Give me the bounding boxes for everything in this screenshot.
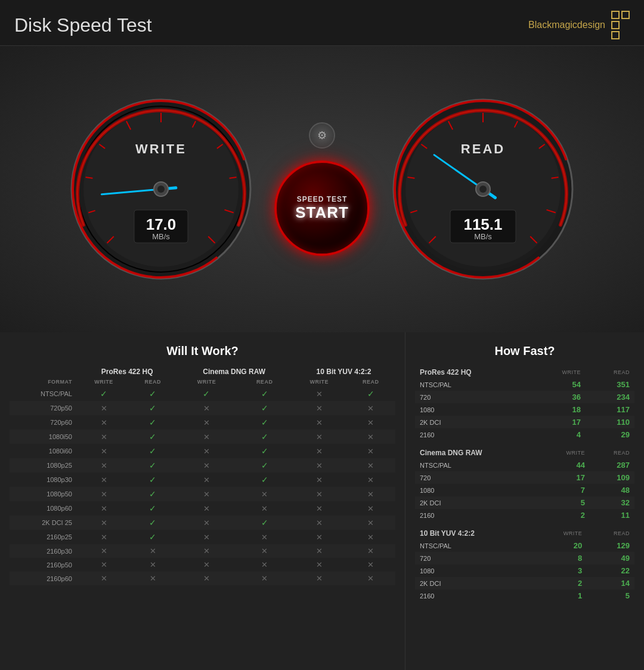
yuv-read-cell: ✓ (346, 387, 395, 401)
yuv-header: 10 Bit YUV 4:2:2 (292, 366, 395, 377)
hf-write-val: 5 (540, 496, 590, 509)
hf-format: NTSC/PAL (415, 459, 540, 471)
gauge-section: WRITE 17.0 MB/s ⚙ SPEED TES (0, 46, 644, 332)
yuv-read-cell: ✕ (346, 458, 395, 473)
dng-read-cell: ✓ (237, 458, 292, 473)
dng-read-cell: ✕ (237, 501, 292, 515)
hf-format: 2160 (415, 589, 534, 602)
hf-write-val: 20 (534, 539, 587, 552)
format-cell: 2K DCI 25 (10, 515, 78, 530)
dng-write-cell: ✓ (176, 387, 237, 401)
table-row: 720p50 ✕ ✓ ✕ ✓ ✕ ✕ (10, 401, 395, 415)
yuv-write-cell: ✕ (292, 572, 346, 585)
hf-format: 720 (415, 391, 532, 403)
svg-point-20 (157, 186, 165, 193)
hf-row: 2160 2 11 (415, 509, 634, 521)
hf-row: 720 17 109 (415, 471, 634, 484)
hf-write-val: 7 (540, 484, 590, 496)
yuv-write-cell: ✕ (292, 444, 346, 458)
format-cell: 1080p30 (10, 473, 78, 487)
dng-write-cell: ✕ (176, 558, 237, 572)
table-row: 1080i50 ✕ ✓ ✕ ✓ ✕ ✕ (10, 430, 395, 444)
dng-read-cell: ✕ (237, 487, 292, 501)
dng-read-cell: ✓ (237, 401, 292, 415)
table-row: 1080p25 ✕ ✓ ✕ ✓ ✕ ✕ (10, 458, 395, 473)
hf-write-val: 17 (532, 416, 586, 428)
dng-write-cell: ✕ (176, 530, 237, 544)
how-fast-title: How Fast? (415, 344, 634, 358)
prores-write-cell: ✕ (78, 572, 129, 585)
hf-read-val: 22 (587, 564, 634, 577)
yuv-read-cell: ✕ (346, 530, 395, 544)
hf-write-val: 18 (532, 403, 586, 416)
hf-write-val: 36 (532, 391, 586, 403)
yuv-read-cell: ✕ (346, 444, 395, 458)
svg-point-43 (479, 186, 487, 193)
svg-text:115.1: 115.1 (463, 215, 502, 233)
table-row: 2160p60 ✕ ✕ ✕ ✕ ✕ ✕ (10, 572, 395, 585)
table-row: 1080p30 ✕ ✓ ✕ ✓ ✕ ✕ (10, 473, 395, 487)
dng-write-cell: ✕ (176, 458, 237, 473)
dng-read-cell: ✓ (237, 415, 292, 430)
hf-format: 720 (415, 471, 540, 484)
prores-read-cell: ✓ (129, 501, 176, 515)
hf-format: 1080 (415, 403, 532, 416)
prores-read-cell: ✕ (129, 544, 176, 558)
hf-section-name: 10 Bit YUV 4:2:2 (415, 527, 534, 539)
hf-read-val: 351 (586, 378, 634, 391)
prores-read-cell: ✓ (129, 430, 176, 444)
brand-name: Blackmagicdesign (528, 20, 605, 30)
prores-read-cell: ✓ (129, 458, 176, 473)
hf-section-header: Cinema DNG RAW WRITE READ (415, 447, 634, 459)
gear-icon: ⚙ (317, 129, 327, 142)
hf-row: 2K DCI 2 14 (415, 577, 634, 589)
yuv-write-cell: ✕ (292, 415, 346, 430)
hf-write-val: 1 (534, 589, 587, 602)
table-row: 2160p50 ✕ ✕ ✕ ✕ ✕ ✕ (10, 558, 395, 572)
format-cell: 2160p60 (10, 572, 78, 585)
yuv-write-cell: ✕ (292, 387, 346, 401)
hf-table-1: Cinema DNG RAW WRITE READ NTSC/PAL 44 28… (415, 447, 634, 521)
settings-button[interactable]: ⚙ (309, 122, 335, 149)
hf-write-val: 54 (532, 378, 586, 391)
yuv-read-cell: ✕ (346, 401, 395, 415)
hf-read-val: 129 (587, 539, 634, 552)
prores-read-cell: ✕ (129, 572, 176, 585)
hf-read-val: 109 (590, 471, 634, 484)
format-cell: 1080i50 (10, 430, 78, 444)
hf-read-val: 287 (590, 459, 634, 471)
data-section: Will It Work? ProRes 422 HQ Cinema DNG R… (0, 332, 644, 670)
hf-row: 2160 1 5 (415, 589, 634, 602)
hf-row: 2160 4 29 (415, 428, 634, 441)
prores-read-cell: ✓ (129, 401, 176, 415)
read-gauge-svg: READ 115.1 MB/s (388, 94, 578, 285)
hf-read-val: 234 (586, 391, 634, 403)
hf-format: 2K DCI (415, 577, 534, 589)
prores-write-cell: ✕ (78, 530, 129, 544)
prores-read-cell: ✓ (129, 387, 176, 401)
hf-read-val: 110 (586, 416, 634, 428)
yuv-write-cell: ✕ (292, 401, 346, 415)
hf-format: 1080 (415, 484, 540, 496)
hf-row: NTSC/PAL 44 287 (415, 459, 634, 471)
prores-read-cell: ✓ (129, 444, 176, 458)
yuv-read-cell: ✕ (346, 473, 395, 487)
hf-table-0: ProRes 422 HQ WRITE READ NTSC/PAL 54 351… (415, 366, 634, 441)
prores-header: ProRes 422 HQ (78, 366, 177, 377)
start-button[interactable]: SPEED TEST START (274, 160, 370, 256)
yuv-read-header: READ (346, 377, 395, 387)
hf-section-header: ProRes 422 HQ WRITE READ (415, 366, 634, 378)
hf-write-col: WRITE (534, 527, 587, 539)
dng-write-cell: ✕ (176, 572, 237, 585)
dng-read-cell: ✕ (237, 530, 292, 544)
table-row: 2K DCI 25 ✕ ✓ ✕ ✓ ✕ ✕ (10, 515, 395, 530)
table-row: 1080p50 ✕ ✓ ✕ ✕ ✕ ✕ (10, 487, 395, 501)
hf-format: 2160 (415, 509, 540, 521)
yuv-write-cell: ✕ (292, 430, 346, 444)
svg-text:MB/s: MB/s (474, 232, 492, 241)
hf-write-val: 17 (540, 471, 590, 484)
table-row: 2160p25 ✕ ✓ ✕ ✕ ✕ ✕ (10, 530, 395, 544)
yuv-read-cell: ✕ (346, 430, 395, 444)
dng-read-cell: ✓ (237, 387, 292, 401)
yuv-write-header: WRITE (292, 377, 346, 387)
